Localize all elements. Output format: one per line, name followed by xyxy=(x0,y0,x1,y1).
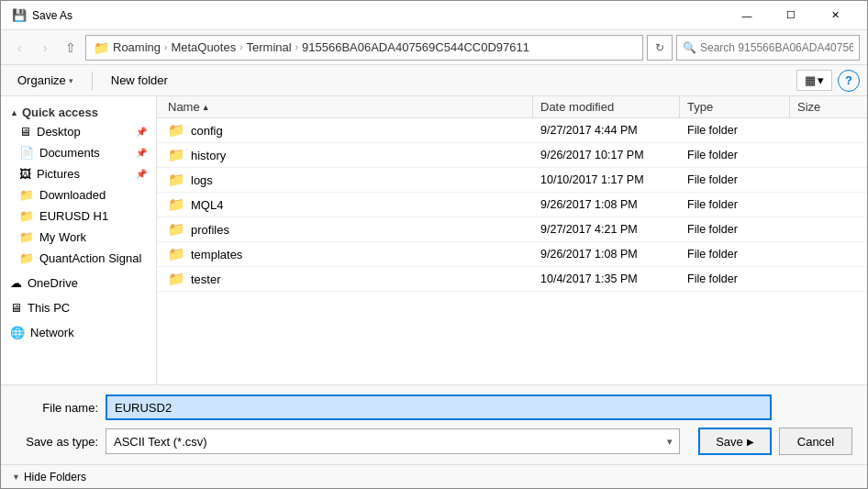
maximize-button[interactable]: ☐ xyxy=(770,6,812,25)
this-pc-icon: 🖥 xyxy=(10,301,22,315)
folder-icon: 📁 xyxy=(168,196,185,213)
path-part-roaming: Roaming xyxy=(113,40,161,54)
help-button[interactable]: ? xyxy=(838,70,860,92)
dialog-icon: 💾 xyxy=(12,8,27,23)
sidebar-item-onedrive[interactable]: ☁ OneDrive xyxy=(1,272,156,294)
dialog-title: Save As xyxy=(32,9,726,22)
save-label: Save xyxy=(716,435,743,449)
sidebar-section-quick-access[interactable]: ▲ Quick access xyxy=(1,100,156,121)
table-row[interactable]: 📁 tester 10/4/2017 1:35 PM File folder xyxy=(157,267,867,292)
column-header-name[interactable]: Name ▲ xyxy=(161,96,533,117)
window-controls: — ☐ ✕ xyxy=(726,6,856,25)
sidebar-item-label-network: Network xyxy=(30,326,74,339)
chevron-icon-3: › xyxy=(295,42,298,52)
sidebar-item-label-eurusd: EURUSD H1 xyxy=(39,209,108,223)
chevron-icon-1: › xyxy=(164,42,167,52)
path-part-metaquotes: MetaQuotes xyxy=(171,40,236,54)
network-icon: 🌐 xyxy=(10,326,25,339)
refresh-button[interactable]: ↻ xyxy=(647,35,673,61)
file-name: logs xyxy=(191,173,213,187)
back-button[interactable]: ‹ xyxy=(8,37,30,59)
sidebar-item-downloaded[interactable]: 📁 Downloaded xyxy=(1,184,156,206)
file-cell-type: File folder xyxy=(680,193,790,217)
sidebar-item-label-downloaded: Downloaded xyxy=(39,188,106,202)
saveas-select-wrapper: ASCII Text (*.csv) xyxy=(106,428,680,454)
file-cell-name: 📁 MQL4 xyxy=(161,193,533,217)
col-type-label: Type xyxy=(687,100,713,114)
chevron-icon-2: › xyxy=(239,42,242,52)
file-cell-size xyxy=(790,217,863,241)
table-row[interactable]: 📁 profiles 9/27/2017 4:21 PM File folder xyxy=(157,217,867,242)
folder-icon: 📁 xyxy=(168,172,185,188)
organize-button[interactable]: Organize ▾ xyxy=(8,70,83,91)
table-row[interactable]: 📁 history 9/26/2017 10:17 PM File folder xyxy=(157,143,867,168)
sidebar-item-label-pictures: Pictures xyxy=(37,167,80,181)
col-name-label: Name xyxy=(168,100,200,114)
sidebar-item-label-documents: Documents xyxy=(39,146,100,160)
table-row[interactable]: 📁 config 9/27/2017 4:44 PM File folder xyxy=(157,118,867,143)
sidebar-item-this-pc[interactable]: 🖥 This PC xyxy=(1,297,156,318)
cancel-button[interactable]: Cancel xyxy=(779,428,852,455)
close-button[interactable]: ✕ xyxy=(814,6,856,25)
saveas-row: Save as type: ASCII Text (*.csv) Save ▶ … xyxy=(16,428,852,455)
file-cell-type: File folder xyxy=(680,217,790,241)
table-row[interactable]: 📁 MQL4 9/26/2017 1:08 PM File folder xyxy=(157,193,867,217)
file-cell-size xyxy=(790,143,863,167)
search-icon: 🔍 xyxy=(683,41,696,54)
column-header-type[interactable]: Type xyxy=(680,96,790,117)
file-cell-size xyxy=(790,168,863,192)
file-name: tester xyxy=(191,272,221,286)
sidebar-item-label-this-pc: This PC xyxy=(28,301,70,315)
address-path[interactable]: 📁 Roaming › MetaQuotes › Terminal › 9155… xyxy=(85,35,643,61)
table-row[interactable]: 📁 logs 10/10/2017 1:17 PM File folder xyxy=(157,168,867,193)
column-header-size[interactable]: Size xyxy=(790,96,863,117)
bottom-area: File name: Save as type: ASCII Text (*.c… xyxy=(1,384,867,464)
sidebar-item-label-quantaction: QuantAction Signal xyxy=(39,251,141,265)
save-button[interactable]: Save ▶ xyxy=(698,428,772,455)
sidebar-item-label-desktop: Desktop xyxy=(37,125,81,139)
saveas-select[interactable]: ASCII Text (*.csv) xyxy=(106,428,680,454)
table-row[interactable]: 📁 templates 9/26/2017 1:08 PM File folde… xyxy=(157,242,867,267)
up-button[interactable]: ⇧ xyxy=(60,37,82,59)
sidebar-item-quantaction[interactable]: 📁 QuantAction Signal xyxy=(1,248,156,269)
file-cell-name: 📁 templates xyxy=(161,242,533,266)
search-input[interactable] xyxy=(700,41,853,54)
dialog-footer: ▼ Hide Folders xyxy=(1,464,867,488)
file-cell-size xyxy=(790,267,863,291)
path-icon: 📁 xyxy=(94,40,109,55)
hide-folders-label[interactable]: Hide Folders xyxy=(24,471,86,483)
file-cell-name: 📁 history xyxy=(161,143,533,167)
file-cell-size xyxy=(790,242,863,266)
sidebar-item-eurusd-h1[interactable]: 📁 EURUSD H1 xyxy=(1,206,156,227)
sidebar-item-label-mywork: My Work xyxy=(39,230,86,244)
folder-icon: 📁 xyxy=(168,147,185,163)
filename-label: File name: xyxy=(16,401,98,415)
file-cell-name: 📁 config xyxy=(161,118,533,142)
sidebar-item-pictures[interactable]: 🖼 Pictures 📌 xyxy=(1,163,156,184)
title-bar: 💾 Save As — ☐ ✕ xyxy=(1,1,867,30)
column-header-date[interactable]: Date modified xyxy=(533,96,680,117)
file-cell-type: File folder xyxy=(680,242,790,266)
filename-row: File name: xyxy=(16,395,852,420)
filename-input[interactable] xyxy=(106,395,772,420)
sidebar-item-my-work[interactable]: 📁 My Work xyxy=(1,227,156,248)
folder-icon: 📁 xyxy=(168,122,185,139)
address-bar: ‹ › ⇧ 📁 Roaming › MetaQuotes › Terminal … xyxy=(1,30,867,65)
view-button[interactable]: ▦ ▾ xyxy=(796,70,832,91)
file-name: config xyxy=(191,124,223,138)
folder-icon: 📁 xyxy=(168,221,185,238)
footer-chevron-icon[interactable]: ▼ xyxy=(12,472,20,482)
sidebar-item-network[interactable]: 🌐 Network xyxy=(1,322,156,343)
file-name: profiles xyxy=(191,223,229,237)
pin-icon-desktop: 📌 xyxy=(136,127,147,137)
documents-icon: 📄 xyxy=(19,146,34,160)
sidebar-item-desktop[interactable]: 🖥 Desktop 📌 xyxy=(1,121,156,142)
view-chevron-icon: ▾ xyxy=(818,73,824,87)
file-name: templates xyxy=(191,248,242,261)
sidebar-item-documents[interactable]: 📄 Documents 📌 xyxy=(1,142,156,163)
forward-button[interactable]: › xyxy=(34,37,56,59)
new-folder-button[interactable]: New folder xyxy=(102,70,177,91)
minimize-button[interactable]: — xyxy=(726,6,768,25)
folder-icon: 📁 xyxy=(168,271,185,287)
file-cell-date: 10/4/2017 1:35 PM xyxy=(533,267,680,291)
